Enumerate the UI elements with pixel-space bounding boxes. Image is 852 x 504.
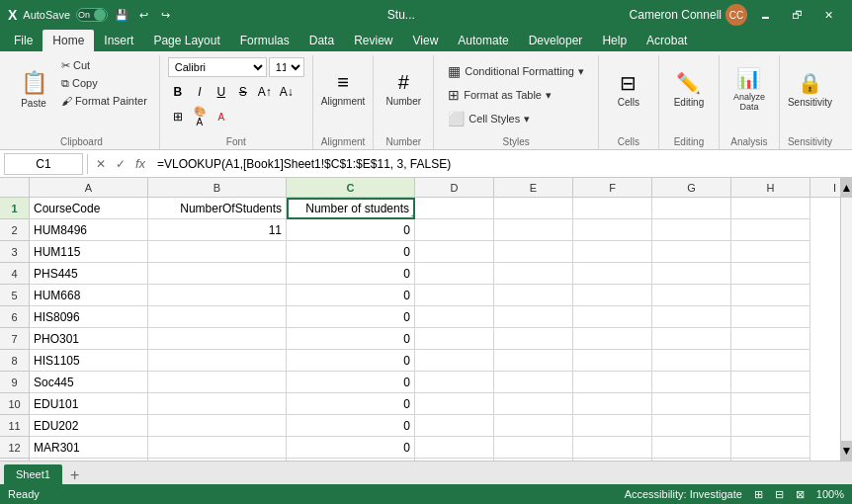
- cell-g10[interactable]: [652, 393, 731, 415]
- name-box[interactable]: [4, 153, 83, 175]
- cell-d10[interactable]: [415, 393, 494, 415]
- cell-c3[interactable]: 0: [287, 241, 415, 263]
- cell-a2[interactable]: HUM8496: [30, 219, 148, 241]
- cell-b5[interactable]: [148, 285, 287, 306]
- view-page-button[interactable]: ⊠: [796, 488, 805, 501]
- redo-button[interactable]: ↪: [157, 7, 173, 23]
- number-button[interactable]: # Number: [382, 57, 425, 121]
- cell-a9[interactable]: Soc445: [30, 372, 148, 393]
- cell-e12[interactable]: [494, 437, 573, 459]
- undo-button[interactable]: ↩: [135, 7, 151, 23]
- col-header-g[interactable]: G: [652, 178, 731, 198]
- cell-b10[interactable]: [148, 393, 287, 415]
- tab-formulas[interactable]: Formulas: [230, 30, 299, 51]
- insert-function-button[interactable]: fx: [131, 155, 149, 173]
- scroll-down-button[interactable]: ▼: [841, 441, 852, 461]
- cell-e3[interactable]: [494, 241, 573, 263]
- cell-d2[interactable]: [415, 219, 494, 241]
- cell-g3[interactable]: [652, 241, 731, 263]
- italic-button[interactable]: I: [190, 82, 210, 102]
- cell-d11[interactable]: [415, 415, 494, 437]
- editing-button[interactable]: ✏️ Editing: [667, 57, 711, 121]
- cell-e10[interactable]: [494, 393, 573, 415]
- cell-c7[interactable]: 0: [287, 328, 415, 350]
- autosave-toggle[interactable]: On: [76, 8, 108, 22]
- sheet-tab[interactable]: Sheet1: [4, 464, 62, 484]
- cell-e2[interactable]: [494, 219, 573, 241]
- font-size-select[interactable]: 11: [269, 57, 304, 77]
- tab-automate[interactable]: Automate: [448, 30, 518, 51]
- cell-h10[interactable]: [731, 393, 810, 415]
- cell-g9[interactable]: [652, 372, 731, 393]
- zoom-level[interactable]: 100%: [816, 488, 844, 500]
- cell-a5[interactable]: HUM668: [30, 285, 148, 306]
- cell-e5[interactable]: [494, 285, 573, 306]
- col-header-a[interactable]: A: [30, 178, 148, 198]
- col-header-h[interactable]: H: [731, 178, 810, 198]
- col-header-c[interactable]: C: [287, 178, 415, 198]
- cell-b4[interactable]: [148, 263, 287, 285]
- close-button[interactable]: ✕: [814, 0, 844, 30]
- format-painter-button[interactable]: 🖌 Format Painter: [57, 93, 151, 109]
- cell-b6[interactable]: [148, 306, 287, 328]
- cell-e1[interactable]: [494, 198, 573, 219]
- sensitivity-button[interactable]: 🔒 Sensitivity: [788, 57, 831, 121]
- row-header-8[interactable]: 8: [0, 350, 30, 372]
- cell-a7[interactable]: PHO301: [30, 328, 148, 350]
- confirm-formula-button[interactable]: ✓: [112, 155, 129, 173]
- cell-a3[interactable]: HUM115: [30, 241, 148, 263]
- cell-b11[interactable]: [148, 415, 287, 437]
- cell-g2[interactable]: [652, 219, 731, 241]
- cell-f9[interactable]: [573, 372, 652, 393]
- row-header-9[interactable]: 9: [0, 372, 30, 393]
- cell-h8[interactable]: [731, 350, 810, 372]
- tab-home[interactable]: Home: [43, 30, 94, 51]
- cell-c9[interactable]: 0: [287, 372, 415, 393]
- cell-d4[interactable]: [415, 263, 494, 285]
- tab-developer[interactable]: Developer: [519, 30, 593, 51]
- cell-b3[interactable]: [148, 241, 287, 263]
- cell-a10[interactable]: EDU101: [30, 393, 148, 415]
- view-normal-button[interactable]: ⊞: [754, 488, 763, 501]
- cell-a1[interactable]: CourseCode: [30, 198, 148, 219]
- cell-b1[interactable]: NumberOfStudents: [148, 198, 287, 219]
- cell-h2[interactable]: [731, 219, 810, 241]
- font-color-button[interactable]: A: [212, 107, 231, 126]
- cell-d3[interactable]: [415, 241, 494, 263]
- cell-g5[interactable]: [652, 285, 731, 306]
- decrease-font-button[interactable]: A↓: [277, 82, 297, 102]
- tab-review[interactable]: Review: [344, 30, 402, 51]
- col-header-d[interactable]: D: [415, 178, 494, 198]
- cell-g11[interactable]: [652, 415, 731, 437]
- cell-styles-button[interactable]: ⬜ Cell Styles ▾: [442, 109, 536, 128]
- cell-b9[interactable]: [148, 372, 287, 393]
- row-header-4[interactable]: 4: [0, 263, 30, 285]
- cell-d1[interactable]: [415, 198, 494, 219]
- cell-g4[interactable]: [652, 263, 731, 285]
- cell-h5[interactable]: [731, 285, 810, 306]
- cell-c5[interactable]: 0: [287, 285, 415, 306]
- cell-d8[interactable]: [415, 350, 494, 372]
- strikethrough-button[interactable]: S: [233, 82, 253, 102]
- row-header-5[interactable]: 5: [0, 285, 30, 306]
- cell-b12[interactable]: [148, 437, 287, 459]
- cell-b8[interactable]: [148, 350, 287, 372]
- cell-c12[interactable]: 0: [287, 437, 415, 459]
- underline-button[interactable]: U: [212, 82, 231, 102]
- cell-f6[interactable]: [573, 306, 652, 328]
- cell-c6[interactable]: 0: [287, 306, 415, 328]
- cell-h6[interactable]: [731, 306, 810, 328]
- fill-color-button[interactable]: 🎨A: [190, 107, 210, 126]
- tab-page-layout[interactable]: Page Layout: [143, 30, 229, 51]
- cell-c10[interactable]: 0: [287, 393, 415, 415]
- col-header-f[interactable]: F: [573, 178, 652, 198]
- cell-f1[interactable]: [573, 198, 652, 219]
- cell-a12[interactable]: MAR301: [30, 437, 148, 459]
- analyze-data-button[interactable]: 📊 Analyze Data: [727, 57, 771, 121]
- cell-c4[interactable]: 0: [287, 263, 415, 285]
- cell-h9[interactable]: [731, 372, 810, 393]
- cell-f4[interactable]: [573, 263, 652, 285]
- row-header-11[interactable]: 11: [0, 415, 30, 437]
- format-table-button[interactable]: ⊞ Format as Table ▾: [442, 85, 557, 105]
- cell-b7[interactable]: [148, 328, 287, 350]
